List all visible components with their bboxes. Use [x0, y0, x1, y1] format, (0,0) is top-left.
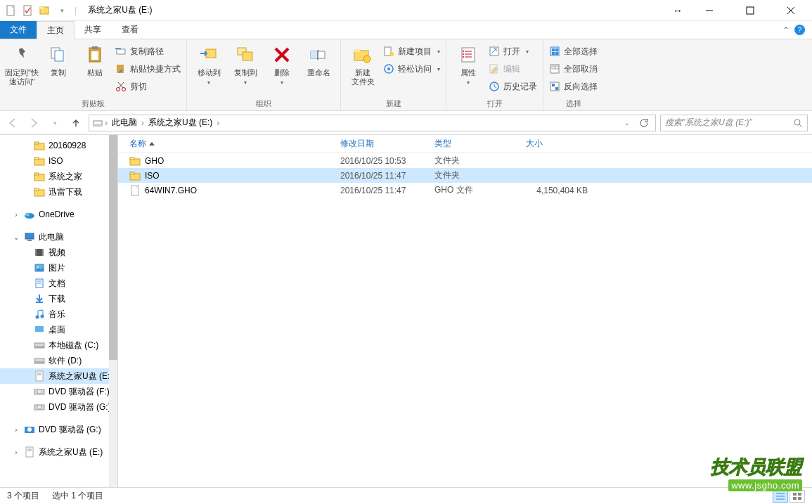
tree-node[interactable]: 系统之家U盘 (E:): [0, 368, 117, 384]
checked-file-icon[interactable]: [21, 4, 35, 18]
nav-recent-dropdown[interactable]: ▾: [46, 115, 63, 131]
tree-node[interactable]: 文档: [0, 276, 117, 291]
svg-rect-13: [117, 49, 125, 54]
refresh-button[interactable]: [636, 115, 652, 131]
paste-shortcut-icon: [115, 63, 127, 75]
view-icons-button[interactable]: [790, 490, 805, 503]
tab-share[interactable]: 共享: [75, 21, 112, 39]
window-title: 系统之家U盘 (E:): [88, 4, 152, 16]
search-icon: [793, 118, 803, 128]
dvd-icon: [34, 386, 45, 397]
tree-node-label: 桌面: [49, 324, 65, 336]
easy-access-button[interactable]: 轻松访问▾: [383, 61, 440, 77]
column-name[interactable]: 名称: [125, 138, 336, 150]
paste-button[interactable]: 粘贴: [79, 42, 111, 77]
paste-icon: [84, 44, 106, 66]
move-to-button[interactable]: 移动到▾: [193, 42, 225, 86]
tree-node[interactable]: 下载: [0, 291, 117, 306]
expand-icon[interactable]: ⌄: [12, 233, 20, 241]
column-type[interactable]: 类型: [430, 138, 522, 150]
maximize-button[interactable]: [736, 0, 764, 21]
table-row[interactable]: 64WIN7.GHO2016/10/25 11:47GHO 文件4,150,40…: [118, 183, 812, 198]
tree-node[interactable]: DVD 驱动器 (G:): [0, 399, 117, 415]
nav-forward-button[interactable]: [25, 115, 42, 131]
nav-back-button[interactable]: [4, 115, 21, 131]
delete-button[interactable]: 删除▾: [266, 42, 298, 86]
minimize-button[interactable]: [695, 0, 723, 21]
properties-icon: [457, 44, 479, 66]
address-bar[interactable]: › 此电脑 › 系统之家U盘 (E:) › ⌄: [89, 115, 656, 131]
nav-tree[interactable]: 20160928ISO系统之家迅雷下载›OneDrive⌄此电脑视频图片文档下载…: [0, 135, 118, 487]
table-row[interactable]: ISO2016/10/25 11:47文件夹: [118, 168, 812, 183]
tree-node[interactable]: 桌面: [0, 322, 117, 337]
search-input[interactable]: 搜索"系统之家U盘 (E:)": [660, 115, 808, 131]
rename-button[interactable]: 重命名: [302, 42, 335, 77]
tree-node[interactable]: 图片: [0, 260, 117, 276]
open-button[interactable]: 打开▾: [489, 44, 537, 59]
qat-dropdown-icon[interactable]: ▾: [55, 4, 69, 18]
new-item-button[interactable]: 新建项目▾: [383, 44, 440, 59]
svg-rect-26: [311, 51, 318, 58]
expand-icon[interactable]: ›: [12, 211, 20, 219]
tree-node[interactable]: ⌄此电脑: [0, 229, 117, 245]
cell-modified: 2016/10/25 11:47: [336, 171, 430, 181]
help-icon[interactable]: ?: [794, 25, 805, 35]
tree-node[interactable]: 系统之家: [0, 169, 117, 184]
svg-rect-90: [37, 373, 41, 375]
select-none-button[interactable]: 全部取消: [549, 61, 598, 77]
tree-node[interactable]: ›OneDrive: [0, 207, 117, 222]
new-folder-button[interactable]: 新建 文件夹: [347, 42, 379, 86]
address-dropdown-icon[interactable]: ⌄: [619, 115, 636, 131]
paste-shortcut-button[interactable]: 粘贴快捷方式: [115, 61, 181, 77]
cell-type: GHO 文件: [430, 184, 522, 196]
tree-node[interactable]: 音乐: [0, 306, 117, 322]
copy-button[interactable]: 复制: [42, 42, 75, 77]
tree-node[interactable]: 迅雷下载: [0, 184, 117, 200]
list-rows: GHO2016/10/25 10:53文件夹ISO2016/10/25 11:4…: [118, 153, 812, 198]
svg-rect-1: [24, 6, 31, 15]
column-size[interactable]: 大小: [522, 138, 592, 150]
tree-node[interactable]: DVD 驱动器 (F:): [0, 384, 117, 399]
tab-view[interactable]: 查看: [112, 21, 149, 39]
select-all-button[interactable]: 全部选择: [549, 44, 598, 59]
edit-icon: [489, 63, 500, 75]
svg-rect-82: [35, 326, 44, 332]
copy-to-button[interactable]: 复制到▾: [229, 42, 262, 86]
tree-node[interactable]: 视频: [0, 245, 117, 260]
column-modified[interactable]: 修改日期: [336, 138, 430, 150]
tab-home[interactable]: 主页: [37, 21, 75, 39]
view-details-button[interactable]: [773, 490, 788, 503]
expand-icon[interactable]: ›: [12, 448, 20, 456]
cut-button[interactable]: 剪切: [115, 79, 181, 94]
tab-file[interactable]: 文件: [0, 21, 37, 39]
nav-up-button[interactable]: [67, 115, 84, 131]
breadcrumb-drive[interactable]: 系统之家U盘 (E:): [146, 115, 215, 131]
tree-node[interactable]: ISO: [0, 153, 117, 169]
tree-node[interactable]: 20160928: [0, 138, 117, 153]
rename-icon: [307, 44, 330, 66]
tree-node[interactable]: 本地磁盘 (C:): [0, 337, 117, 353]
svg-rect-87: [34, 361, 44, 363]
music-icon: [34, 309, 45, 320]
ribbon-display-options-icon[interactable]: ↔: [673, 5, 683, 16]
expand-icon[interactable]: ›: [12, 426, 20, 434]
svg-rect-70: [35, 249, 37, 256]
breadcrumb-root[interactable]: 此电脑: [109, 115, 140, 131]
properties-button[interactable]: 属性▾: [452, 42, 484, 86]
pin-to-quick-access-button[interactable]: 固定到"快 速访问": [6, 42, 38, 86]
close-button[interactable]: [777, 0, 805, 21]
tree-node[interactable]: ›DVD 驱动器 (G:): [0, 422, 117, 437]
tree-scrollbar-thumb[interactable]: [109, 135, 117, 360]
tree-node[interactable]: ›系统之家U盘 (E:): [0, 444, 117, 460]
svg-point-78: [36, 316, 39, 319]
tree-scrollbar[interactable]: [109, 135, 117, 487]
ribbon-collapse-icon[interactable]: ⌃: [782, 25, 790, 35]
drive-icon[interactable]: [38, 4, 52, 18]
invert-selection-button[interactable]: 反向选择: [549, 79, 598, 94]
copy-path-button[interactable]: 复制路径: [115, 44, 181, 59]
body: 20160928ISO系统之家迅雷下载›OneDrive⌄此电脑视频图片文档下载…: [0, 135, 812, 487]
file-icon[interactable]: [4, 4, 18, 18]
history-button[interactable]: 历史记录: [489, 79, 537, 94]
tree-node[interactable]: 软件 (D:): [0, 353, 117, 368]
table-row[interactable]: GHO2016/10/25 10:53文件夹: [118, 153, 812, 168]
